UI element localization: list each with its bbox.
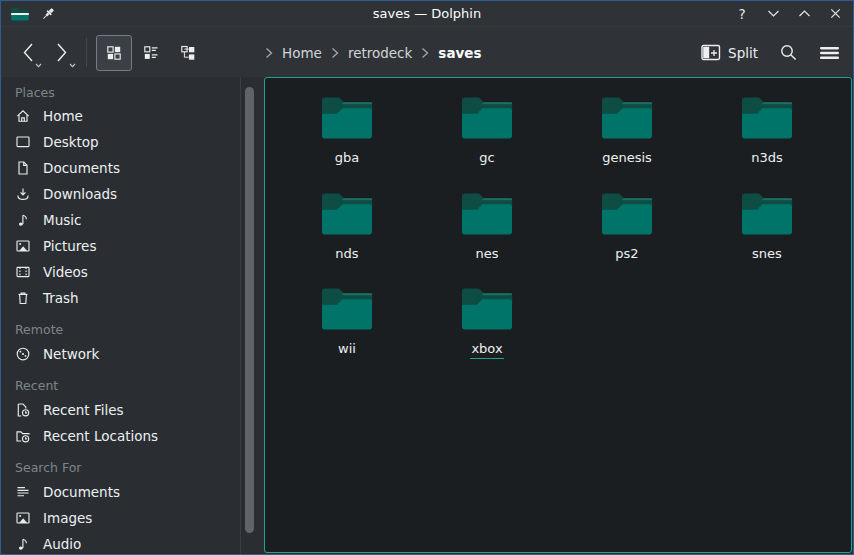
folder-label: xbox [470, 341, 503, 359]
folder-item-snes[interactable]: snes [697, 186, 837, 282]
folder-item-ps2[interactable]: ps2 [557, 186, 697, 282]
folder-item-gc[interactable]: gc [417, 90, 557, 186]
split-view-icon [701, 44, 721, 61]
sidebar-item-label: Images [43, 510, 92, 526]
sidebar-item-trash[interactable]: Trash [15, 285, 241, 311]
titlebar: saves — Dolphin ? [1, 1, 853, 26]
network-icon [15, 346, 31, 362]
sidebar-item-audio[interactable]: Audio [15, 531, 241, 554]
sidebar-item-label: Trash [43, 290, 79, 306]
folder-item-nds[interactable]: nds [277, 186, 417, 282]
maximize-button[interactable] [796, 5, 812, 23]
folder-label: nds [334, 246, 359, 261]
compact-view-button[interactable] [133, 35, 169, 71]
breadcrumb-chevron-icon [421, 47, 429, 59]
folder-label: n3ds [750, 150, 784, 165]
recent-folder-icon [15, 428, 31, 444]
section-header-search-for: Search For [15, 457, 241, 479]
folder-item-nes[interactable]: nes [417, 186, 557, 282]
search-icon[interactable] [779, 43, 798, 62]
content-area: PlacesHomeDesktopDocumentsDownloadsMusic… [1, 77, 853, 554]
forward-button[interactable] [47, 36, 77, 70]
sidebar-item-label: Audio [43, 536, 81, 552]
breadcrumb-item-retrodeck[interactable]: retrodeck [348, 45, 412, 61]
close-button[interactable] [827, 5, 843, 23]
sidebar-scrollbar-thumb[interactable] [245, 87, 254, 533]
back-button[interactable] [13, 36, 43, 70]
sidebar-item-label: Documents [43, 484, 120, 500]
folder-label: wii [337, 341, 357, 356]
folder-label: gc [478, 150, 495, 165]
sidebar-item-music[interactable]: Music [15, 207, 241, 233]
folder-item-gba[interactable]: gba [277, 90, 417, 186]
breadcrumb-chevron-icon [331, 47, 339, 59]
toolbar: Homeretrodecksaves Split [1, 26, 853, 78]
sidebar-item-label: Network [43, 346, 99, 362]
folder-label: ps2 [614, 246, 639, 261]
sidebar-item-videos[interactable]: Videos [15, 259, 241, 285]
sidebar-item-recent-locations[interactable]: Recent Locations [15, 423, 241, 449]
caret-down-icon [69, 63, 76, 68]
music-note-icon [15, 536, 31, 552]
split-button[interactable]: Split [701, 44, 758, 61]
text-lines-icon [15, 484, 31, 500]
folder-label: nes [474, 246, 499, 261]
folder-teal-icon [741, 192, 793, 236]
folder-teal-icon [461, 287, 513, 331]
sidebar-item-documents[interactable]: Documents [15, 479, 241, 505]
trash-icon [15, 290, 31, 306]
folder-item-wii[interactable]: wii [277, 281, 417, 377]
folder-teal-icon [601, 192, 653, 236]
folder-label: gba [334, 150, 360, 165]
sidebar-item-label: Desktop [43, 134, 99, 150]
caret-down-icon [35, 63, 42, 68]
sidebar-item-home[interactable]: Home [15, 103, 241, 129]
folder-item-genesis[interactable]: genesis [557, 90, 697, 186]
window-title: saves — Dolphin [1, 1, 853, 26]
sidebar-item-label: Recent Files [43, 402, 124, 418]
sidebar-splitter[interactable] [240, 77, 241, 554]
sidebar-item-label: Downloads [43, 186, 117, 202]
hamburger-menu-icon[interactable] [819, 45, 840, 61]
folder-teal-icon [741, 96, 793, 140]
breadcrumb-item-home[interactable]: Home [282, 45, 322, 61]
breadcrumb: Homeretrodecksaves [265, 27, 482, 78]
folder-item-xbox[interactable]: xbox [417, 281, 557, 377]
sidebar-item-pictures[interactable]: Pictures [15, 233, 241, 259]
sidebar-item-downloads[interactable]: Downloads [15, 181, 241, 207]
folder-teal-icon [321, 287, 373, 331]
sidebar-item-network[interactable]: Network [15, 341, 241, 367]
sidebar-item-label: Documents [43, 160, 120, 176]
download-icon [15, 186, 31, 202]
sidebar-item-desktop[interactable]: Desktop [15, 129, 241, 155]
folder-grid: gba gc genesis n3ds nds nes ps2 snes wii… [265, 78, 851, 377]
sidebar-item-label: Music [43, 212, 81, 228]
folder-label: genesis [601, 150, 653, 165]
folder-teal-icon [601, 96, 653, 140]
folder-teal-icon [461, 96, 513, 140]
view-icons-icon [106, 45, 122, 61]
section-header-remote: Remote [15, 319, 241, 341]
icons-view-button[interactable] [96, 35, 132, 71]
breadcrumb-current[interactable]: saves [438, 45, 481, 61]
dolphin-window: saves — Dolphin ? [0, 0, 854, 555]
chevron-left-icon [21, 42, 35, 63]
sidebar-item-recent-files[interactable]: Recent Files [15, 397, 241, 423]
split-button-label: Split [728, 45, 758, 61]
minimize-button[interactable] [765, 5, 781, 23]
folder-item-n3ds[interactable]: n3ds [697, 90, 837, 186]
folder-teal-icon [321, 96, 373, 140]
tree-view-button[interactable] [170, 35, 206, 71]
folder-view[interactable]: gba gc genesis n3ds nds nes ps2 snes wii… [264, 77, 852, 553]
sidebar-item-images[interactable]: Images [15, 505, 241, 531]
toolbar-separator [86, 38, 87, 67]
sidebar-item-documents[interactable]: Documents [15, 155, 241, 181]
view-mode-buttons [96, 35, 207, 71]
sidebar-item-label: Home [43, 108, 83, 124]
film-icon [15, 264, 31, 280]
view-compact-icon [143, 45, 159, 61]
sidebar-item-label: Pictures [43, 238, 96, 254]
help-button[interactable]: ? [734, 5, 750, 23]
breadcrumb-chevron-icon [265, 47, 273, 59]
view-tree-icon [180, 45, 196, 61]
